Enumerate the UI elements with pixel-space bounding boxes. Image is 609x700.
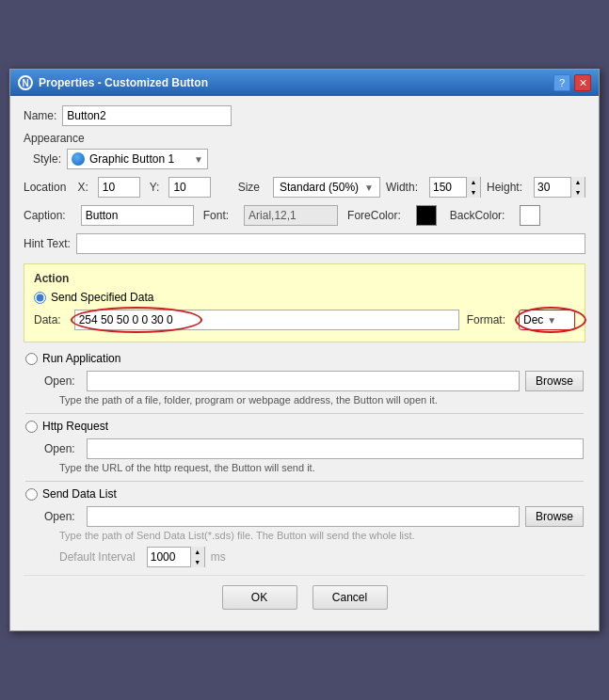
ok-button[interactable]: OK xyxy=(222,585,297,610)
send-list-label: Send Data List xyxy=(42,487,117,501)
http-open-label: Open: xyxy=(44,442,75,455)
title-bar: N Properties - Customized Button ? ✕ xyxy=(10,70,599,96)
send-list-hint-text: Type the path of Send Data List(*.sds) f… xyxy=(59,530,584,541)
backcolor-label: BackColor: xyxy=(450,209,505,222)
width-input[interactable] xyxy=(430,178,466,197)
non-action-section: Run Application Open: Browse Type the pa… xyxy=(24,352,585,567)
size-label: Size xyxy=(238,181,260,194)
window-title: Properties - Customized Button xyxy=(39,76,208,89)
dialog-content: Name: Button2 Appearance Style: Graphic … xyxy=(10,96,599,630)
divider-2 xyxy=(25,481,584,482)
app-icon: N xyxy=(18,75,33,90)
size-group: Standard (50%) ▼ Width: ▲ ▼ Height: ▲ xyxy=(273,177,585,198)
run-open-input[interactable] xyxy=(87,371,520,391)
send-list-radio-row: Send Data List xyxy=(25,487,584,501)
run-app-section: Run Application Open: Browse Type the pa… xyxy=(25,352,584,406)
interval-spinner-btns: ▲ ▼ xyxy=(190,547,204,567)
size-value: Standard (50%) xyxy=(280,181,359,194)
http-label: Http Request xyxy=(42,420,108,433)
interval-label: Default Interval xyxy=(59,550,136,564)
send-data-label: Send Specified Data xyxy=(51,291,153,304)
interval-unit: ms xyxy=(211,550,226,564)
x-input[interactable] xyxy=(98,177,140,198)
http-radio[interactable] xyxy=(25,421,38,433)
run-open-label: Open: xyxy=(44,374,75,388)
height-up-btn[interactable]: ▲ xyxy=(571,177,585,187)
run-open-row: Open: Browse xyxy=(25,371,584,391)
cancel-button[interactable]: Cancel xyxy=(313,585,388,610)
send-list-section: Send Data List Open: Browse Type the pat… xyxy=(25,487,584,567)
font-label: Font: xyxy=(203,209,229,222)
size-dropdown[interactable]: Standard (50%) ▼ xyxy=(273,177,380,198)
hint-input[interactable] xyxy=(76,233,585,254)
send-data-radio[interactable] xyxy=(34,292,46,304)
forecolor-label: ForeColor: xyxy=(347,209,401,222)
height-down-btn[interactable]: ▼ xyxy=(571,187,585,198)
http-hint-text: Type the URL of the http request, the Bu… xyxy=(59,462,584,473)
interval-up-btn[interactable]: ▲ xyxy=(191,547,204,557)
interval-input[interactable] xyxy=(148,548,190,566)
location-label: Location xyxy=(24,181,66,194)
run-app-label: Run Application xyxy=(42,352,120,365)
bottom-bar: OK Cancel xyxy=(24,575,585,621)
location-size-row: Location X: Y: Size Standard (50%) ▼ Wid… xyxy=(24,177,585,198)
send-list-open-row: Open: Browse xyxy=(25,506,584,527)
run-app-radio-row: Run Application xyxy=(25,352,584,365)
caption-input[interactable] xyxy=(81,205,194,226)
height-input[interactable] xyxy=(535,178,570,197)
format-dropdown-arrow: ▼ xyxy=(547,315,556,326)
hint-row: Hint Text: xyxy=(24,233,585,254)
data-input-wrap xyxy=(74,310,459,330)
width-down-btn[interactable]: ▼ xyxy=(467,187,480,198)
style-label: Style: xyxy=(33,152,61,166)
http-open-input[interactable] xyxy=(87,438,584,459)
http-open-row: Open: xyxy=(25,438,584,459)
size-dropdown-arrow: ▼ xyxy=(364,183,374,193)
send-list-open-input[interactable] xyxy=(87,506,520,527)
caption-row: Caption: Font: ForeColor: BackColor: xyxy=(24,205,585,226)
x-label: X: xyxy=(77,181,88,194)
forecolor-box[interactable] xyxy=(416,205,437,226)
run-hint-text: Type the path of a file, folder, program… xyxy=(59,394,584,406)
caption-label: Caption: xyxy=(24,209,66,222)
height-label: Height: xyxy=(487,181,522,194)
run-browse-button[interactable]: Browse xyxy=(525,371,584,391)
run-app-radio[interactable] xyxy=(25,353,38,365)
format-dropdown-container: Dec ▼ xyxy=(519,310,575,330)
style-row: Style: Graphic Button 1 ▼ xyxy=(33,149,585,169)
http-section: Http Request Open: Type the URL of the h… xyxy=(25,420,584,473)
interval-row: Default Interval ▲ ▼ ms xyxy=(59,547,584,567)
send-data-radio-row: Send Specified Data xyxy=(34,291,575,304)
send-list-open-label: Open: xyxy=(44,510,75,523)
width-label: Width: xyxy=(386,181,418,194)
send-list-radio[interactable] xyxy=(25,488,38,501)
data-row: Data: Format: Dec ▼ xyxy=(34,310,575,330)
format-label: Format: xyxy=(467,313,505,326)
backcolor-box[interactable] xyxy=(520,205,540,226)
name-input[interactable]: Button2 xyxy=(62,105,232,126)
help-button[interactable]: ? xyxy=(553,74,570,91)
style-value: Graphic Button 1 xyxy=(89,152,174,166)
data-label: Data: xyxy=(34,313,61,326)
action-section: Action Send Specified Data Data: Format:… xyxy=(24,263,585,342)
close-button[interactable]: ✕ xyxy=(574,74,591,91)
hint-label: Hint Text: xyxy=(24,237,71,250)
interval-down-btn[interactable]: ▼ xyxy=(191,557,204,567)
interval-spinner: ▲ ▼ xyxy=(147,547,205,567)
x-group: X: xyxy=(77,177,139,198)
width-spinner: ▲ ▼ xyxy=(429,177,481,198)
style-dropdown[interactable]: Graphic Button 1 ▼ xyxy=(67,149,208,169)
y-group: Y: xyxy=(150,177,212,198)
style-icon xyxy=(72,152,85,166)
width-up-btn[interactable]: ▲ xyxy=(467,177,480,187)
y-input[interactable] xyxy=(168,177,211,198)
format-value: Dec xyxy=(523,313,543,326)
height-spinner: ▲ ▼ xyxy=(534,177,585,198)
send-list-browse-button[interactable]: Browse xyxy=(525,506,584,527)
style-dropdown-arrow: ▼ xyxy=(194,154,203,165)
http-radio-row: Http Request xyxy=(25,420,584,433)
format-dropdown[interactable]: Dec ▼ xyxy=(519,310,575,330)
font-input xyxy=(244,205,338,226)
data-input[interactable] xyxy=(74,310,459,330)
appearance-label: Appearance xyxy=(24,132,585,145)
